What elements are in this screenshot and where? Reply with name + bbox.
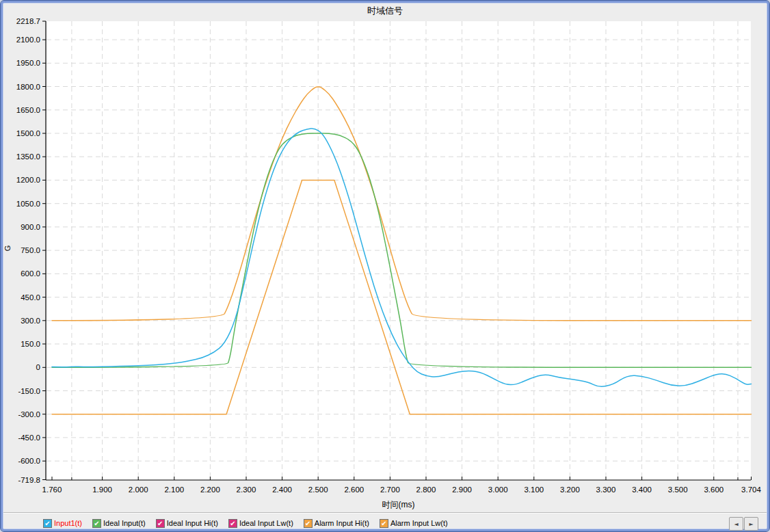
x-axis-title: 时间(ms) [46, 499, 751, 511]
legend-label-alarm-input-hi: Alarm Input Hi(t) [315, 519, 369, 527]
x-tick-label: 3.400 [632, 486, 652, 494]
legend-item-alarm-input-lw[interactable]: ✔Alarm Input Lw(t) [380, 519, 448, 528]
scroll-left-button[interactable]: ◄ [729, 517, 743, 531]
left-arrow-icon: ◄ [734, 521, 738, 527]
x-tick-label: 3.600 [704, 486, 723, 494]
y-tick-label: -450.0 [18, 434, 40, 442]
y-tick-label: 2218.7 [16, 17, 40, 25]
y-tick-label: -600.0 [18, 457, 40, 465]
legend-bar: ✔Input1(t)✔Ideal Input(t)✔Ideal Input Hi… [43, 516, 448, 530]
y-tick-label: -300.0 [18, 410, 40, 418]
x-tick-label: 2.200 [200, 486, 220, 494]
y-tick-label: 1800.0 [16, 83, 40, 91]
alarm-input-hi-checkbox-icon[interactable]: ✔ [304, 519, 313, 528]
y-tick-label: 1350.0 [16, 152, 40, 161]
x-tick-label: 3.704 [741, 486, 761, 494]
legend-item-ideal-input[interactable]: ✔Ideal Input(t) [92, 519, 146, 528]
x-tick-label: 2.500 [308, 486, 328, 494]
y-tick-label: -719.8 [18, 476, 40, 484]
x-tick-label: 3.300 [596, 486, 616, 494]
legend-label-alarm-input-lw: Alarm Input Lw(t) [390, 519, 448, 527]
input1-checkbox-icon[interactable]: ✔ [43, 519, 52, 528]
legend-item-alarm-input-hi[interactable]: ✔Alarm Input Hi(t) [304, 519, 369, 528]
y-axis-title: G [3, 243, 12, 254]
y-tick-label: 750.0 [21, 246, 40, 254]
y-tick-label: 450.0 [21, 293, 40, 302]
x-tick-label: 2.300 [237, 486, 256, 494]
x-tick-label: 1.900 [92, 486, 112, 494]
y-tick-label: 300.0 [21, 317, 40, 325]
legend-item-input1[interactable]: ✔Input1(t) [43, 519, 82, 528]
legend-label-input1: Input1(t) [54, 519, 82, 527]
signal-viewer-window: 时域信号 2218.72100.01950.01800.01650.01500.… [0, 0, 770, 532]
legend-label-ideal-input-hi: Ideal Input Hi(t) [167, 519, 218, 527]
y-tick-label: 600.0 [21, 269, 40, 278]
y-tick-label: 900.0 [21, 223, 40, 231]
y-tick-label: -150.0 [18, 387, 40, 395]
x-tick-label: 2.600 [344, 486, 364, 494]
x-tick-label: 2.700 [380, 486, 400, 494]
right-arrow-icon: ► [749, 521, 753, 527]
y-tick-label: 2100.0 [16, 36, 40, 44]
y-tick-label: 1950.0 [16, 59, 40, 67]
x-tick-label: 2.400 [272, 486, 292, 494]
alarm-input-lw-checkbox-icon[interactable]: ✔ [380, 519, 388, 528]
chart-canvas[interactable]: 2218.72100.01950.01800.01650.01500.01350… [1, 1, 770, 532]
legend-separator [3, 512, 767, 514]
scroll-right-button[interactable]: ► [744, 517, 758, 531]
plot-background[interactable] [47, 21, 751, 480]
legend-item-ideal-input-hi[interactable]: ✔Ideal Input Hi(t) [156, 519, 218, 528]
ideal-input-checkbox-icon[interactable]: ✔ [92, 519, 101, 528]
x-tick-label: 1.760 [42, 486, 62, 494]
x-tick-label: 3.000 [488, 486, 508, 494]
x-tick-label: 2.000 [129, 486, 148, 494]
y-tick-label: 150.0 [21, 340, 40, 348]
x-tick-label: 2.100 [164, 486, 184, 494]
scroll-button-group: ◄ ► [728, 517, 758, 531]
y-tick-label: 1500.0 [16, 129, 40, 137]
legend-item-ideal-input-lw[interactable]: ✔Ideal Input Lw(t) [228, 519, 293, 528]
x-tick-label: 3.100 [524, 486, 544, 494]
x-tick-label: 3.200 [560, 486, 580, 494]
y-tick-label: 1200.0 [16, 176, 40, 184]
ideal-input-hi-checkbox-icon[interactable]: ✔ [156, 519, 165, 528]
legend-label-ideal-input: Ideal Input(t) [103, 519, 146, 527]
x-tick-label: 2.800 [416, 486, 436, 494]
x-tick-label: 2.900 [452, 486, 472, 494]
y-tick-label: 1650.0 [16, 106, 40, 114]
y-tick-label: 0 [36, 363, 40, 371]
ideal-input-lw-checkbox-icon[interactable]: ✔ [228, 519, 237, 528]
x-tick-label: 3.500 [668, 486, 688, 494]
y-tick-label: 1050.0 [16, 200, 40, 208]
legend-label-ideal-input-lw: Ideal Input Lw(t) [239, 519, 293, 527]
